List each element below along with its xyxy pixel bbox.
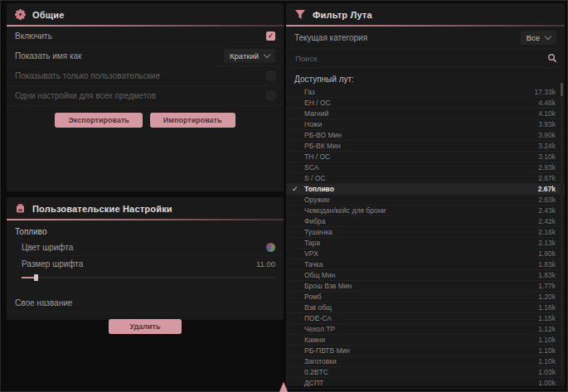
loot-item-name: Заготовки: [304, 357, 337, 365]
loot-item-row[interactable]: ✓ Брош Взв Мин 1.77k: [286, 281, 565, 292]
loot-item-count: 4.10k: [538, 109, 556, 118]
loot-item-row[interactable]: ✓ Взв общ 1.16k: [286, 302, 565, 313]
only-custom-checkbox[interactable]: [266, 71, 275, 80]
available-loot-label: Доступный лут:: [286, 68, 565, 87]
loot-item-row[interactable]: ✓ S / ОС 2.67k: [286, 173, 565, 184]
loot-item-row[interactable]: ✓ Ромб 1.20k: [286, 292, 565, 302]
loot-item-row[interactable]: ✓ VPX 1.90k: [286, 249, 565, 259]
search-input[interactable]: [294, 53, 547, 64]
loot-item-row[interactable]: ✓ ЕН / ОС 4.46k: [286, 98, 565, 109]
custom-panel-header: Пользовательские Настройки: [7, 197, 284, 219]
loot-item-name: Магний: [304, 109, 328, 118]
loot-item-count: 1.03k: [538, 368, 556, 376]
gear-flower-icon: [15, 9, 26, 20]
loot-item-name: Тачка: [304, 260, 323, 269]
loot-item-row[interactable]: ✓ Чемодан/кейс для брони 2.43k: [286, 206, 565, 216]
slider-track: [22, 277, 275, 278]
loot-item-row[interactable]: ✓ Фибра 2.42k: [286, 216, 565, 227]
loot-item-count: 2.42k: [538, 217, 556, 225]
loot-item-name: РБ-ВК Мин: [304, 142, 341, 150]
same-for-all-label: Одни настройки для всех предметов: [15, 91, 156, 100]
loot-item-row[interactable]: ✓ ТН / ОС 3.10k: [286, 152, 565, 162]
import-button[interactable]: Импортировать: [150, 113, 235, 128]
general-panel-header: Общие: [7, 3, 284, 25]
loot-item-name: Фибра: [304, 217, 326, 225]
loot-item-count: 2.13k: [538, 239, 556, 247]
backpack-icon: [15, 203, 26, 214]
loot-item-name: Брош Взв Мин: [304, 282, 352, 290]
funnel-icon: [294, 9, 306, 20]
font-size-label: Размер шрифта: [22, 259, 83, 269]
loot-item-name: Общ Мин: [304, 271, 335, 279]
delete-button[interactable]: Удалить: [109, 319, 182, 334]
loot-item-count: 1.77k: [538, 282, 556, 290]
loot-scrollbar[interactable]: [561, 81, 563, 380]
custom-name-label: Свое название: [15, 298, 72, 307]
font-color-label: Цвет шрифта: [22, 243, 73, 252]
chevron-down-icon: [264, 51, 270, 58]
custom-name-input[interactable]: [80, 298, 275, 308]
category-dropdown[interactable]: Все: [521, 31, 556, 45]
loot-item-name: РБ-ВО Мин: [304, 131, 342, 139]
loot-item-row[interactable]: ✓ Тара 2.13k: [286, 238, 565, 249]
loot-item-row[interactable]: ✓ Магний 4.10k: [286, 109, 565, 119]
loot-item-count: 3.24k: [538, 142, 556, 150]
loot-item-row[interactable]: ✓ РБ-ВО Мин 3.90k: [286, 130, 565, 141]
display-name-value: Краткий: [230, 51, 259, 60]
only-custom-row: Показывать только пользовательские: [7, 66, 284, 86]
loot-item-count: 1.16k: [538, 303, 556, 312]
loot-item-row[interactable]: ✓ ПОЕ-СА 1.15k: [286, 313, 565, 324]
same-for-all-checkbox[interactable]: [266, 91, 275, 100]
loot-item-row[interactable]: ✓ 0.2BTC 1.03k: [286, 367, 565, 378]
custom-settings-panel: Пользовательские Настройки Топливо Цвет …: [7, 197, 284, 320]
same-for-all-row: Одни настройки для всех предметов: [7, 86, 284, 106]
loot-item-name: Тара: [304, 239, 320, 247]
loot-item-row[interactable]: ✓ Чехол ТР 1.12k: [286, 324, 565, 335]
loot-item-name: Топливо: [304, 185, 334, 193]
loot-item-row[interactable]: ✓ Камни 1.10k: [286, 335, 565, 346]
only-custom-label: Показывать только пользовательские: [15, 71, 160, 80]
loot-item-row[interactable]: ✓ РБ-ВК Мин 3.24k: [286, 141, 565, 152]
loot-item-count: 1.15k: [538, 314, 556, 322]
color-picker-icon[interactable]: [266, 243, 275, 252]
general-panel-title: Общие: [32, 10, 65, 20]
loot-list: ✓ Газ 17.33k ✓ ЕН / ОС 4.46k ✓ Магний 4.…: [286, 87, 565, 389]
loot-item-row[interactable]: ✓ Газ 17.33k: [286, 87, 565, 98]
loot-item-count: 1.10k: [538, 346, 556, 355]
loot-item-name: РБ-ПВТВ Мин: [304, 346, 350, 355]
loot-item-row[interactable]: ✓ Заготовки 1.10k: [286, 356, 565, 367]
loot-item-row[interactable]: ✓ ДСПТ 1.00k: [286, 378, 565, 389]
loot-item-count: 2.67k: [538, 174, 556, 182]
loot-item-name: Ножи: [304, 120, 322, 128]
delete-row: Удалить: [7, 312, 284, 334]
loot-item-row[interactable]: ✓ Общ Мин 1.83k: [286, 270, 565, 281]
loot-item-row[interactable]: ✓ РБ-ПВТВ Мин 1.10k: [286, 346, 565, 356]
custom-name-row: Свое название: [7, 293, 284, 312]
font-size-slider[interactable]: [22, 274, 275, 288]
loot-item-row[interactable]: ✓ Топливо 2.67k: [286, 184, 565, 195]
loot-item-count: 1.20k: [538, 293, 556, 301]
search-icon[interactable]: [547, 53, 557, 63]
chevron-down-icon: [545, 32, 551, 39]
slider-handle[interactable]: [34, 274, 38, 281]
scrollbar-handle[interactable]: [561, 83, 563, 96]
loot-item-count: 1.10k: [538, 336, 556, 344]
loot-item-count: 3.10k: [538, 152, 556, 161]
export-button[interactable]: Экспортировать: [55, 113, 142, 128]
enable-checkbox[interactable]: ✓: [266, 31, 275, 41]
loot-item-row[interactable]: ✓ SCA 2.93k: [286, 162, 565, 173]
loot-item-name: Газ: [304, 88, 315, 96]
display-name-label: Показать имя как: [15, 51, 81, 60]
loot-item-count: 1.00k: [538, 379, 556, 387]
check-icon: ✓: [292, 184, 299, 194]
loot-item-row[interactable]: ✓ Тачка 1.83k: [286, 259, 565, 270]
custom-panel-title: Пользовательские Настройки: [32, 204, 172, 214]
loot-item-name: Камни: [304, 336, 325, 344]
loot-item-row[interactable]: ✓ Тушенка 2.16k: [286, 227, 565, 238]
loot-item-name: ДСПТ: [304, 379, 323, 387]
loot-item-name: Оружие: [304, 196, 330, 204]
loot-item-row[interactable]: ✓ Ножи 3.93k: [286, 119, 565, 130]
display-name-dropdown[interactable]: Краткий: [224, 49, 275, 63]
loot-item-row[interactable]: ✓ Оружие 2.63k: [286, 195, 565, 206]
loot-item-count: 2.63k: [538, 196, 556, 204]
